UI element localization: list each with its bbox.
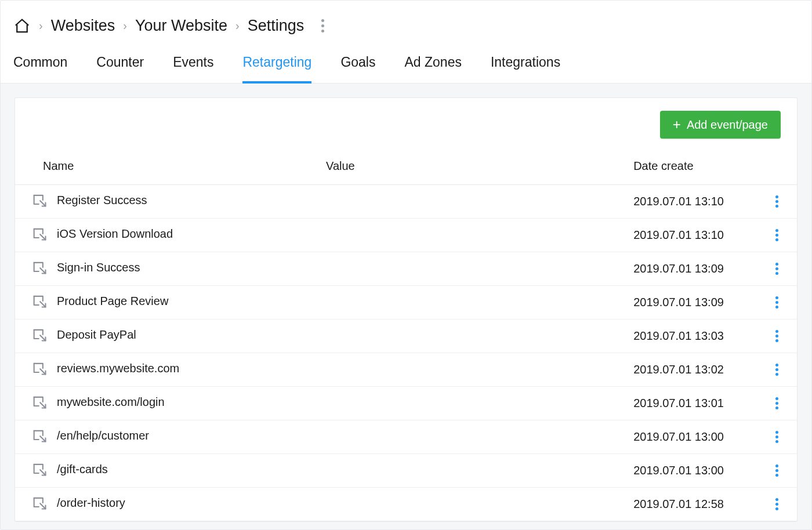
row-date: 2019.07.01 13:02 (617, 353, 757, 387)
row-name: iOS Version Download (57, 227, 173, 241)
row-date: 2019.07.01 13:10 (617, 219, 757, 252)
home-icon[interactable] (13, 17, 31, 35)
row-actions-menu[interactable] (773, 192, 781, 211)
row-name: Deposit PayPal (57, 328, 136, 342)
row-value (310, 185, 617, 219)
row-actions-menu[interactable] (773, 427, 781, 446)
row-value (310, 353, 617, 387)
chevron-right-icon: › (39, 19, 43, 32)
table-row[interactable]: Register Success2019.07.01 13:10 (15, 185, 797, 219)
row-date: 2019.07.01 13:00 (617, 454, 757, 488)
tab-goals[interactable]: Goals (340, 55, 375, 83)
breadcrumb: › Websites › Your Website › Settings (1, 1, 811, 41)
col-header-actions (757, 149, 797, 185)
row-actions-menu[interactable] (773, 259, 781, 278)
row-name: reviews.mywebsite.com (57, 362, 179, 375)
page-cursor-icon (31, 192, 48, 208)
tab-integrations[interactable]: Integrations (491, 55, 560, 83)
page-cursor-icon (31, 259, 48, 275)
page-cursor-icon (31, 226, 48, 242)
row-value (310, 252, 617, 286)
row-name: /en/help/customer (57, 429, 149, 442)
row-value (310, 286, 617, 320)
table-row[interactable]: /order-history2019.07.01 12:58 (15, 488, 797, 521)
tab-counter[interactable]: Counter (96, 55, 144, 83)
table-row[interactable]: reviews.mywebsite.com2019.07.01 13:02 (15, 353, 797, 387)
page-cursor-icon (31, 326, 48, 343)
row-actions-menu[interactable] (773, 495, 781, 514)
tab-common[interactable]: Common (13, 55, 67, 83)
row-date: 2019.07.01 13:00 (617, 420, 757, 454)
tab-bar: Common Counter Events Retargeting Goals … (1, 41, 811, 83)
row-actions-menu[interactable] (773, 360, 781, 379)
events-card: + Add event/page Name Value Date create … (14, 97, 798, 522)
row-value (310, 219, 617, 252)
tab-events[interactable]: Events (173, 55, 213, 83)
row-name: Register Success (57, 194, 147, 207)
row-actions-menu[interactable] (773, 226, 781, 245)
row-date: 2019.07.01 13:01 (617, 387, 757, 420)
row-name: /gift-cards (57, 463, 108, 476)
table-row[interactable]: mywebsite.com/login2019.07.01 13:01 (15, 387, 797, 420)
page-cursor-icon (31, 293, 48, 309)
page-cursor-icon (31, 394, 48, 410)
row-name: Product Page Review (57, 295, 168, 308)
table-row[interactable]: /en/help/customer2019.07.01 13:00 (15, 420, 797, 454)
row-name: /order-history (57, 496, 125, 510)
row-value (310, 320, 617, 353)
page-cursor-icon (31, 360, 48, 376)
table-row[interactable]: iOS Version Download2019.07.01 13:10 (15, 219, 797, 252)
page-header: › Websites › Your Website › Settings Com… (1, 1, 811, 84)
row-actions-menu[interactable] (773, 394, 781, 413)
chevron-right-icon: › (123, 19, 127, 32)
breadcrumb-more-menu[interactable] (318, 16, 328, 36)
row-date: 2019.07.01 13:10 (617, 185, 757, 219)
tab-retargeting[interactable]: Retargeting (242, 55, 311, 83)
breadcrumb-your-website[interactable]: Your Website (135, 17, 227, 35)
row-value (310, 454, 617, 488)
events-table: Name Value Date create Register Success2… (15, 149, 797, 521)
row-date: 2019.07.01 13:09 (617, 286, 757, 320)
table-row[interactable]: Deposit PayPal2019.07.01 13:03 (15, 320, 797, 353)
row-date: 2019.07.01 13:09 (617, 252, 757, 286)
row-actions-menu[interactable] (773, 326, 781, 346)
app-root: › Websites › Your Website › Settings Com… (0, 0, 812, 530)
breadcrumb-websites[interactable]: Websites (51, 17, 115, 35)
tab-ad-zones[interactable]: Ad Zones (404, 55, 461, 83)
col-header-date: Date create (617, 149, 757, 185)
col-header-value: Value (310, 149, 617, 185)
table-row[interactable]: Sign-in Success2019.07.01 13:09 (15, 252, 797, 286)
add-event-button[interactable]: + Add event/page (660, 111, 781, 139)
table-row[interactable]: /gift-cards2019.07.01 13:00 (15, 454, 797, 488)
col-header-name: Name (15, 149, 310, 185)
breadcrumb-settings[interactable]: Settings (248, 17, 304, 35)
row-name: Sign-in Success (57, 261, 140, 274)
row-value (310, 420, 617, 454)
row-actions-menu[interactable] (773, 461, 781, 480)
row-value (310, 488, 617, 521)
table-row[interactable]: Product Page Review2019.07.01 13:09 (15, 286, 797, 320)
page-cursor-icon (31, 495, 48, 511)
row-value (310, 387, 617, 420)
page-cursor-icon (31, 427, 48, 444)
chevron-right-icon: › (235, 19, 240, 32)
row-date: 2019.07.01 13:03 (617, 320, 757, 353)
content-area: + Add event/page Name Value Date create … (1, 84, 811, 530)
row-date: 2019.07.01 12:58 (617, 488, 757, 521)
add-event-label: Add event/page (687, 118, 768, 132)
plus-icon: + (673, 118, 681, 132)
card-toolbar: + Add event/page (15, 98, 797, 149)
row-actions-menu[interactable] (773, 293, 781, 312)
page-cursor-icon (31, 461, 48, 477)
row-name: mywebsite.com/login (57, 395, 165, 409)
